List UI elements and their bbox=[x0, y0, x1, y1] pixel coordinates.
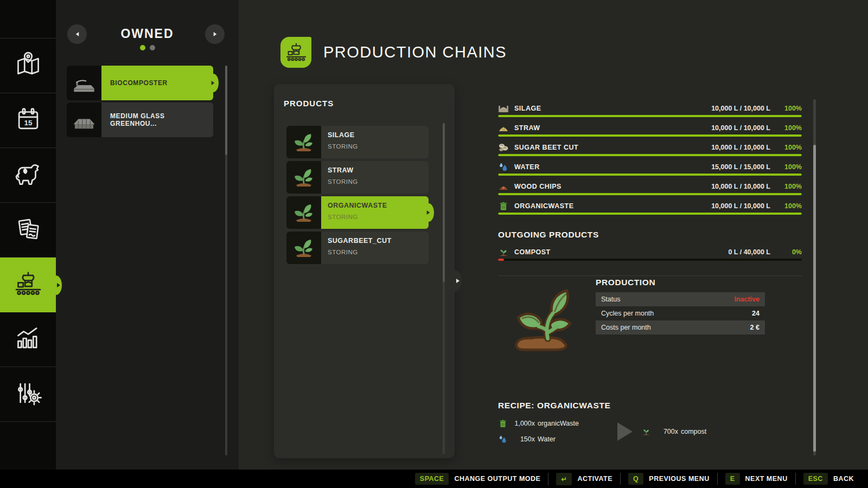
filltype-name: COMPOST bbox=[514, 248, 723, 256]
ingredient-qty: 700x bbox=[653, 428, 678, 435]
compost-icon bbox=[498, 247, 509, 258]
info-label: Costs per month bbox=[601, 324, 750, 331]
outgoing-storage-list: COMPOST 0 L / 40,000 L 0% bbox=[498, 246, 802, 265]
hint-e[interactable]: E NEXT MENU bbox=[717, 473, 795, 485]
water-icon bbox=[498, 434, 508, 444]
fill-progress-bar bbox=[498, 134, 802, 137]
ingredient-name: compost bbox=[681, 428, 706, 435]
owned-item-biocomposter[interactable]: BIOCOMPOSTER bbox=[67, 66, 213, 100]
contracts-icon bbox=[14, 214, 43, 246]
fill-amount: 15,000 L / 15,000 L bbox=[711, 163, 770, 171]
animals-icon bbox=[14, 159, 43, 191]
sidebar-spacer bbox=[0, 0, 56, 38]
info-value: Inactive bbox=[734, 296, 760, 303]
filltype-name: WOOD CHIPS bbox=[514, 183, 706, 190]
fill-percent: 100% bbox=[776, 163, 802, 171]
recipe-item-compost: 700x compost bbox=[641, 426, 706, 437]
sidebar-item-settings[interactable] bbox=[0, 367, 56, 422]
hint-q[interactable]: Q PREVIOUS MENU bbox=[620, 473, 717, 485]
hint-label: BACK bbox=[833, 475, 854, 483]
hint-[interactable]: ↵ ACTIVATE bbox=[548, 473, 620, 485]
section-divider bbox=[498, 275, 802, 276]
recipe-outputs: 700x compost bbox=[641, 426, 706, 437]
sidebar-item-statistics[interactable] bbox=[0, 312, 56, 367]
fill-progress-bar bbox=[498, 259, 802, 261]
selected-arrow-icon bbox=[212, 81, 215, 85]
key-badge: ↵ bbox=[556, 473, 572, 485]
production-icon bbox=[14, 269, 43, 301]
main-content: PRODUCTION CHAINS PRODUCTS SILAGE STORIN… bbox=[239, 0, 868, 470]
production-title: PRODUCTION bbox=[596, 278, 655, 287]
seedling-illustration bbox=[507, 282, 583, 355]
production-table: Status Inactive Cycles per month 24 Cost… bbox=[596, 292, 765, 335]
filltype-name: ORGANICWASTE bbox=[514, 202, 706, 210]
production-info-row-costs-per-month: Costs per month 2 € bbox=[596, 320, 765, 335]
svg-text:15: 15 bbox=[24, 119, 33, 127]
statistics-icon bbox=[14, 324, 43, 355]
production-info-row-cycles-per-month: Cycles per month 24 bbox=[596, 306, 765, 320]
fill-progress-bar bbox=[498, 193, 802, 195]
arrow-right-icon bbox=[213, 32, 216, 36]
fill-amount: 10,000 L / 10,000 L bbox=[711, 144, 770, 151]
ingredient-name: Water bbox=[538, 435, 556, 443]
key-badge: Q bbox=[628, 473, 643, 485]
filltype-name: SUGAR BEET CUT bbox=[514, 144, 706, 151]
straw-icon bbox=[498, 123, 509, 133]
sidebar-item-calendar[interactable]: 15 bbox=[0, 93, 56, 148]
key-badge: E bbox=[725, 473, 740, 485]
storage-row-compost: COMPOST 0 L / 40,000 L 0% bbox=[498, 246, 802, 261]
fill-percent: 100% bbox=[776, 202, 802, 210]
owned-item-label: MEDIUM GLASS GREENHOU... bbox=[110, 112, 205, 127]
outgoing-products-title: OUTGOING PRODUCTS bbox=[498, 230, 599, 240]
settings-icon bbox=[14, 378, 43, 410]
page-dot[interactable] bbox=[150, 45, 155, 50]
hint-esc[interactable]: ESC BACK bbox=[795, 473, 861, 485]
storage-row-organicwaste: ORGANICWASTE 10,000 L / 10,000 L 100% bbox=[498, 200, 802, 215]
ingredient-qty: 150x bbox=[510, 435, 535, 443]
organic-waste-icon bbox=[498, 419, 508, 428]
sidebar-item-production[interactable] bbox=[0, 258, 56, 312]
hint-space[interactable]: SPACE CHANGE OUTPUT MODE bbox=[407, 473, 548, 485]
hints: SPACE CHANGE OUTPUT MODE ↵ ACTIVATE Q PR… bbox=[407, 473, 861, 485]
owned-scrollbar[interactable] bbox=[225, 66, 227, 455]
fill-percent: 100% bbox=[776, 144, 802, 151]
filltype-name: SILAGE bbox=[514, 105, 706, 112]
recipe-item-water: 150x Water bbox=[498, 434, 579, 445]
fill-progress-bar bbox=[498, 174, 802, 176]
fill-amount: 0 L / 40,000 L bbox=[728, 248, 770, 256]
greenhouse-thumb bbox=[67, 102, 101, 137]
info-value: 24 bbox=[752, 310, 760, 317]
key-badge: ESC bbox=[803, 473, 828, 485]
calendar-icon: 15 bbox=[14, 105, 43, 136]
fill-progress-bar bbox=[498, 154, 802, 156]
owned-item-label: BIOCOMPOSTER bbox=[110, 79, 168, 87]
recipe-inputs: 1,000x organicWaste 150x Water bbox=[498, 418, 579, 445]
sidebar-item-animals[interactable] bbox=[0, 148, 56, 203]
page-dots bbox=[56, 45, 239, 50]
organic-waste-icon bbox=[498, 201, 509, 211]
production-info-row-status: Status Inactive bbox=[596, 292, 765, 306]
fill-amount: 10,000 L / 10,000 L bbox=[711, 105, 770, 112]
fill-percent: 100% bbox=[776, 124, 802, 132]
ingredient-name: organicWaste bbox=[538, 420, 579, 427]
water-icon bbox=[498, 162, 509, 172]
hint-label: NEXT MENU bbox=[745, 475, 788, 483]
page-dot[interactable] bbox=[140, 45, 145, 50]
owned-list: BIOCOMPOSTER MEDIUM GLASS GREENHOU... bbox=[67, 66, 213, 137]
detail-scrollbar[interactable] bbox=[813, 99, 816, 455]
storage-row-straw: STRAW 10,000 L / 10,000 L 100% bbox=[498, 121, 802, 137]
hint-label: PREVIOUS MENU bbox=[649, 475, 709, 483]
owned-item-medium-glass-greenhou[interactable]: MEDIUM GLASS GREENHOU... bbox=[67, 102, 213, 137]
owned-next-button[interactable] bbox=[205, 24, 225, 44]
info-label: Cycles per month bbox=[601, 310, 752, 317]
info-label: Status bbox=[601, 296, 734, 303]
key-badge: SPACE bbox=[415, 473, 449, 485]
sidebar-item-contracts[interactable] bbox=[0, 203, 56, 258]
hint-bar: SPACE CHANGE OUTPUT MODE ↵ ACTIVATE Q PR… bbox=[0, 470, 868, 488]
sidebar-item-map[interactable] bbox=[0, 38, 56, 93]
owned-panel: OWNED BIOCOMPOSTER MEDIUM GLASS GREENHOU… bbox=[56, 0, 239, 470]
biocomposter-thumb bbox=[67, 66, 101, 100]
sidebar: 15 bbox=[0, 0, 56, 470]
fill-amount: 10,000 L / 10,000 L bbox=[711, 183, 770, 190]
sugar-beet-cut-icon bbox=[498, 142, 509, 153]
